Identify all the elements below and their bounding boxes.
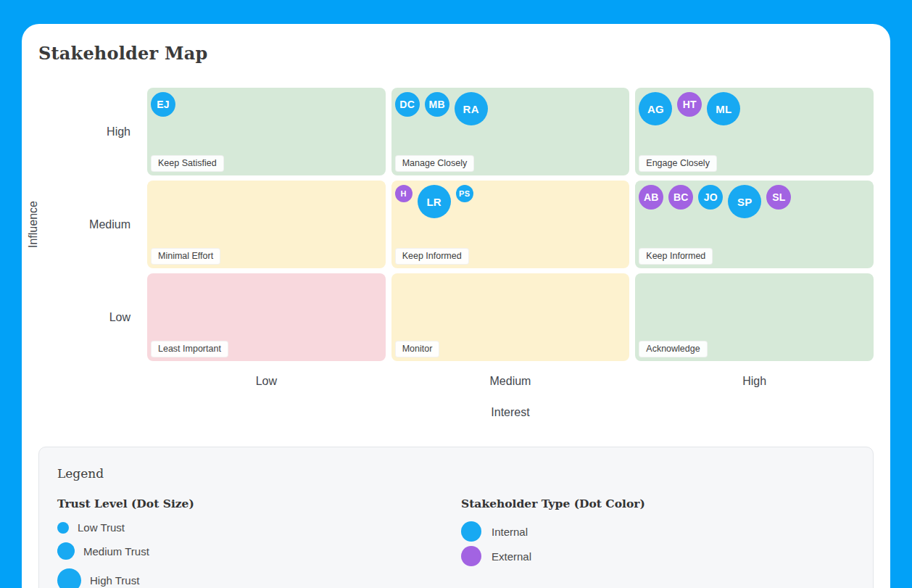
external-dot-icon [461,546,481,566]
stakeholder-dot[interactable]: AG [639,92,672,125]
row-label-medium: Medium [38,181,141,268]
quadrant-cell-low-low[interactable]: Least Important [147,273,386,361]
legend-item-label: Low Trust [78,521,125,534]
dot-cluster: DCMBRA [395,92,626,125]
col-label-low: Low [147,366,386,391]
legend-item-label: Medium Trust [83,545,149,558]
quadrant-cell-medium-low[interactable]: Minimal Effort [147,181,386,268]
legend-title: Legend [57,466,855,481]
stakeholder-dot[interactable]: H [395,185,413,202]
y-axis-title: Influence [27,88,40,361]
stakeholder-dot[interactable]: EJ [151,92,175,117]
quadrant-cell-high-high[interactable]: AGHTML Engage Closely [635,88,874,175]
stakeholder-matrix: Influence High EJ Keep Satisfied DCMBRA … [38,88,874,423]
quadrant-label: Keep Satisfied [151,155,224,172]
quadrant-cell-medium-high[interactable]: ABBCJOSPSL Keep Informed [635,181,874,268]
stakeholder-dot[interactable]: RA [455,92,488,125]
dot-cluster: HLRPS [395,185,626,218]
stakeholder-dot[interactable]: JO [698,185,723,210]
quadrant-label: Keep Informed [395,248,469,265]
quadrant-label: Minimal Effort [151,248,220,265]
stakeholder-dot[interactable]: SL [766,185,791,210]
low-trust-dot-icon [57,522,69,534]
legend-panel: Legend Trust Level (Dot Size) Low Trust … [38,447,874,588]
page-title: Stakeholder Map [38,43,874,64]
dot-cluster: EJ [151,92,381,117]
stakeholder-dot[interactable]: SP [728,185,761,218]
legend-item-label: External [492,550,531,563]
quadrant-label: Acknowledge [639,341,707,357]
stakeholder-dot[interactable]: MB [425,92,449,117]
x-axis-spacer [38,396,141,423]
x-axis-title: Interest [147,396,874,423]
dot-cluster: AGHTML [639,92,869,125]
quadrant-cell-high-medium[interactable]: DCMBRA Manage Closely [391,88,630,175]
trust-level-heading: Trust Level (Dot Size) [57,497,461,510]
legend-type-section: Stakeholder Type (Dot Color) Internal Ex… [461,497,645,588]
legend-item-high-trust: High Trust [57,568,461,588]
internal-dot-icon [461,521,481,542]
legend-item-label: High Trust [90,574,139,587]
quadrant-cell-low-medium[interactable]: Monitor [391,273,630,361]
row-label-low: Low [38,273,141,361]
legend-item-label: Internal [492,526,528,538]
legend-item-external: External [461,546,645,566]
quadrant-label: Keep Informed [639,248,713,265]
stakeholder-dot[interactable]: ML [707,92,740,125]
quadrant-label: Manage Closely [395,155,475,172]
stakeholder-dot[interactable]: DC [395,92,420,117]
quadrant-cell-low-high[interactable]: Acknowledge [635,273,874,361]
col-label-medium: Medium [391,366,630,391]
quadrant-label: Engage Closely [639,155,717,172]
row-label-high: High [38,88,141,175]
stakeholder-dot[interactable]: HT [677,92,702,117]
stakeholder-dot[interactable]: PS [456,185,473,202]
col-label-high: High [635,366,874,391]
legend-trust-section: Trust Level (Dot Size) Low Trust Medium … [57,497,461,588]
quadrant-cell-medium-medium[interactable]: HLRPS Keep Informed [391,181,630,268]
high-trust-dot-icon [57,568,81,588]
legend-columns: Trust Level (Dot Size) Low Trust Medium … [57,497,855,588]
quadrant-label: Least Important [151,341,228,357]
stakeholder-dot[interactable]: BC [668,185,693,210]
medium-trust-dot-icon [57,542,75,560]
quadrant-cell-high-low[interactable]: EJ Keep Satisfied [147,88,386,175]
quadrant-label: Monitor [395,341,440,357]
stakeholder-dot[interactable]: LR [418,185,451,218]
dot-cluster: ABBCJOSPSL [639,185,869,218]
stakeholder-dot[interactable]: AB [639,185,663,210]
legend-item-medium-trust: Medium Trust [57,542,461,560]
page-background: { "title": "Stakeholder Map", "axes": { … [0,0,912,588]
x-axis-spacer [38,366,141,391]
legend-item-internal: Internal [461,521,645,542]
stakeholder-map-card: Stakeholder Map Influence High EJ Keep S… [22,24,890,588]
legend-item-low-trust: Low Trust [57,521,461,534]
stakeholder-type-heading: Stakeholder Type (Dot Color) [461,497,645,510]
